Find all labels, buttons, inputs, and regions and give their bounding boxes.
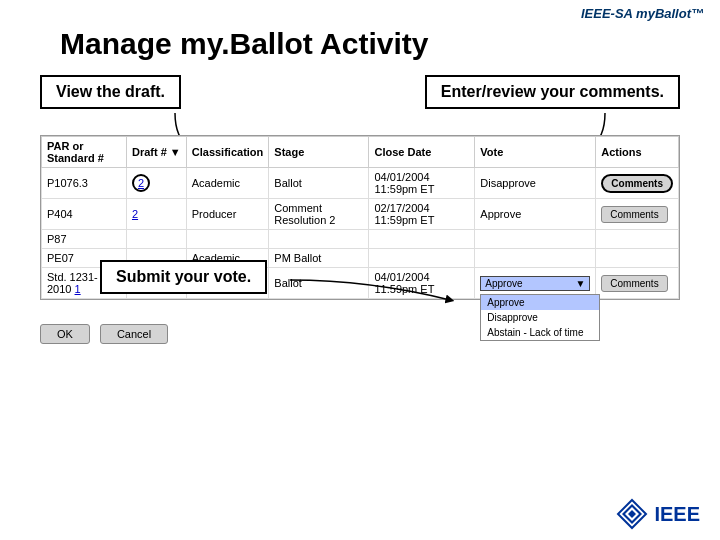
cell-vote: Approve bbox=[475, 199, 596, 230]
cell-stage: Comment Resolution 2 bbox=[269, 199, 369, 230]
cell-action bbox=[596, 230, 679, 249]
col-stage: Stage bbox=[269, 137, 369, 168]
brand-text: IEEE-SA myBallot™ bbox=[581, 6, 704, 21]
ieee-brand-text: IEEE bbox=[654, 503, 700, 526]
submit-arrow bbox=[290, 270, 490, 310]
col-actions: Actions bbox=[596, 137, 679, 168]
dropdown-option-approve[interactable]: Approve bbox=[481, 295, 599, 310]
dropdown-option-disapprove[interactable]: Disapprove bbox=[481, 310, 599, 325]
col-close-date: Close Date bbox=[369, 137, 475, 168]
view-draft-callout: View the draft. bbox=[40, 75, 181, 109]
col-classification: Classification bbox=[186, 137, 269, 168]
cell-vote bbox=[475, 230, 596, 249]
cell-stage bbox=[269, 230, 369, 249]
cell-classification: Academic bbox=[186, 168, 269, 199]
vote-dropdown-options: Approve Disapprove Abstain - Lack of tim… bbox=[480, 294, 600, 341]
table-row: P404 2 Producer Comment Resolution 2 02/… bbox=[42, 199, 679, 230]
cell-par: P404 bbox=[42, 199, 127, 230]
cell-close-date: 04/01/2004 11:59pm ET bbox=[369, 168, 475, 199]
cell-draft[interactable]: 2 bbox=[126, 168, 186, 199]
cell-classification: Producer bbox=[186, 199, 269, 230]
ok-button[interactable]: OK bbox=[40, 324, 90, 344]
cell-action[interactable]: Comments bbox=[596, 199, 679, 230]
cell-par: P87 bbox=[42, 230, 127, 249]
cell-vote: Disapprove bbox=[475, 168, 596, 199]
cancel-button[interactable]: Cancel bbox=[100, 324, 168, 344]
enter-review-callout: Enter/review your comments. bbox=[425, 75, 680, 109]
header-bar: IEEE-SA myBallot™ bbox=[0, 0, 720, 23]
submit-vote-callout: Submit your vote. bbox=[100, 260, 267, 294]
page-title: Manage my.Ballot Activity bbox=[60, 27, 720, 61]
cell-classification bbox=[186, 230, 269, 249]
cell-draft[interactable]: 2 bbox=[126, 199, 186, 230]
cell-stage: Ballot bbox=[269, 168, 369, 199]
cell-par: P1076.3 bbox=[42, 168, 127, 199]
cell-action[interactable]: Comments bbox=[596, 168, 679, 199]
cell-draft bbox=[126, 230, 186, 249]
table-row: P1076.3 2 Academic Ballot 04/01/2004 11:… bbox=[42, 168, 679, 199]
col-draft[interactable]: Draft # ▼ bbox=[126, 137, 186, 168]
cell-close-date: 02/17/2004 11:59pm ET bbox=[369, 199, 475, 230]
ieee-logo: IEEE bbox=[616, 498, 700, 530]
col-par: PAR orStandard # bbox=[42, 137, 127, 168]
cell-close-date bbox=[369, 230, 475, 249]
ieee-diamond-icon bbox=[616, 498, 648, 530]
col-vote: Vote bbox=[475, 137, 596, 168]
dropdown-option-abstain[interactable]: Abstain - Lack of time bbox=[481, 325, 599, 340]
table-row: P87 bbox=[42, 230, 679, 249]
